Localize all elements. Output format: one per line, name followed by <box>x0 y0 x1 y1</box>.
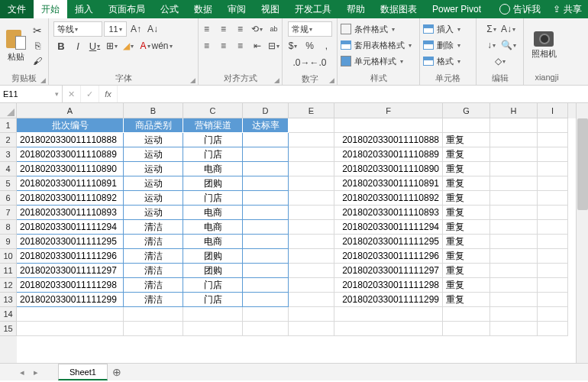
cell-D10[interactable] <box>243 249 289 264</box>
cell-C12[interactable]: 门店 <box>183 278 243 293</box>
cell-G8[interactable]: 重复 <box>443 220 490 235</box>
cell-F3[interactable]: 2018020330011110889 <box>334 147 443 162</box>
tab-dev[interactable]: 开发工具 <box>287 0 339 18</box>
cell-B12[interactable]: 清洁 <box>124 278 183 293</box>
cell-G9[interactable]: 重复 <box>443 235 490 249</box>
cell-B15[interactable] <box>124 322 183 336</box>
cell-A7[interactable]: 2018020330011110893 <box>17 206 124 220</box>
cell-H12[interactable] <box>490 278 538 293</box>
number-format-select[interactable]: 常规 <box>288 21 332 37</box>
row-header-5[interactable]: 5 <box>0 176 17 191</box>
cell-G14[interactable] <box>443 307 490 322</box>
vertical-scrollbar[interactable] <box>576 103 588 363</box>
cell-I15[interactable] <box>538 322 568 336</box>
cell-C4[interactable]: 电商 <box>183 162 243 176</box>
cell-D4[interactable] <box>243 162 289 176</box>
cell-E4[interactable] <box>289 162 334 176</box>
row-header-12[interactable]: 12 <box>0 278 17 293</box>
cell-D8[interactable] <box>243 220 289 235</box>
col-header-H[interactable]: H <box>490 103 538 118</box>
orientation-button[interactable]: ⟲ <box>250 21 265 37</box>
cell-C11[interactable]: 团购 <box>183 264 243 278</box>
italic-button[interactable]: I <box>70 38 86 53</box>
cell-B6[interactable]: 运动 <box>124 191 183 206</box>
cell-I4[interactable] <box>538 162 568 176</box>
row-header-8[interactable]: 8 <box>0 220 17 235</box>
cell-D1[interactable]: 达标率 <box>243 118 289 133</box>
confirm-formula-button[interactable]: ✓ <box>81 86 99 102</box>
cell-D6[interactable] <box>243 191 289 206</box>
cell-I11[interactable] <box>538 264 568 278</box>
percent-button[interactable]: % <box>302 38 318 53</box>
row-header-13[interactable]: 13 <box>0 293 17 307</box>
cell-C13[interactable]: 门店 <box>183 293 243 307</box>
col-header-I[interactable]: I <box>538 103 568 118</box>
cell-B10[interactable]: 清洁 <box>124 249 183 264</box>
tab-data[interactable]: 数据 <box>186 0 220 18</box>
font-name-select[interactable]: 等线 <box>53 21 102 37</box>
cell-F15[interactable] <box>334 322 443 336</box>
paste-button[interactable]: 粘贴 <box>3 21 28 71</box>
cell-E11[interactable] <box>289 264 334 278</box>
cell-I8[interactable] <box>538 220 568 235</box>
cell-A3[interactable]: 2018020330011110889 <box>17 147 124 162</box>
cell-D9[interactable] <box>243 235 289 249</box>
cell-B13[interactable]: 清洁 <box>124 293 183 307</box>
cell-H9[interactable] <box>490 235 538 249</box>
row-header-1[interactable]: 1 <box>0 118 17 133</box>
cell-E2[interactable] <box>289 133 334 147</box>
align-center-button[interactable]: ≡ <box>216 38 231 53</box>
cell-D7[interactable] <box>243 206 289 220</box>
cell-B9[interactable]: 清洁 <box>124 235 183 249</box>
cell-A13[interactable]: 2018020330011111299 <box>17 293 124 307</box>
tab-help[interactable]: 帮助 <box>339 0 373 18</box>
cell-I10[interactable] <box>538 249 568 264</box>
cell-A1[interactable]: 批次编号 <box>17 118 124 133</box>
cell-E3[interactable] <box>289 147 334 162</box>
cell-A8[interactable]: 2018020330011111294 <box>17 220 124 235</box>
bold-button[interactable]: B <box>53 38 69 53</box>
cell-D3[interactable] <box>243 147 289 162</box>
cell-G6[interactable]: 重复 <box>443 191 490 206</box>
tellme[interactable]: 告诉我 <box>493 0 547 18</box>
expand-icon[interactable]: ◢ <box>190 76 195 84</box>
cell-F6[interactable]: 2018020330011110892 <box>334 191 443 206</box>
cell-C8[interactable]: 电商 <box>183 220 243 235</box>
cell-G3[interactable]: 重复 <box>443 147 490 162</box>
cell-H7[interactable] <box>490 206 538 220</box>
formula-input[interactable] <box>118 86 588 102</box>
cell-D2[interactable] <box>243 133 289 147</box>
align-left-button[interactable]: ≡ <box>199 38 215 53</box>
cell-E1[interactable] <box>289 118 334 133</box>
cut-button[interactable]: ✂ <box>30 23 45 38</box>
row-header-15[interactable]: 15 <box>0 322 17 336</box>
cell-E6[interactable] <box>289 191 334 206</box>
increase-font-button[interactable]: A↑ <box>128 21 144 37</box>
col-header-F[interactable]: F <box>334 103 443 118</box>
cell-E9[interactable] <box>289 235 334 249</box>
cell-I1[interactable] <box>538 118 568 133</box>
align-bottom-button[interactable]: ≡ <box>233 21 248 37</box>
align-middle-button[interactable]: ≡ <box>216 21 231 37</box>
cell-H11[interactable] <box>490 264 538 278</box>
cell-C3[interactable]: 门店 <box>183 147 243 162</box>
cell-F10[interactable]: 2018020330011111296 <box>334 249 443 264</box>
cell-D13[interactable] <box>243 293 289 307</box>
cell-D5[interactable] <box>243 176 289 191</box>
tab-layout[interactable]: 页面布局 <box>101 0 153 18</box>
cell-A4[interactable]: 2018020330011110890 <box>17 162 124 176</box>
cell-I7[interactable] <box>538 206 568 220</box>
col-header-D[interactable]: D <box>243 103 289 118</box>
cell-H2[interactable] <box>490 133 538 147</box>
clear-button[interactable]: ◇ <box>493 53 508 69</box>
cell-E10[interactable] <box>289 249 334 264</box>
cancel-formula-button[interactable]: ✕ <box>63 86 81 102</box>
delete-cells-button[interactable]: 删除 <box>423 37 460 53</box>
row-header-11[interactable]: 11 <box>0 264 17 278</box>
find-button[interactable]: 🔍 <box>501 37 516 53</box>
camera-button[interactable]: 照相机 <box>527 21 561 71</box>
cell-B14[interactable] <box>124 307 183 322</box>
font-color-button[interactable]: A <box>137 38 153 53</box>
cell-I14[interactable] <box>538 307 568 322</box>
col-header-B[interactable]: B <box>124 103 183 118</box>
